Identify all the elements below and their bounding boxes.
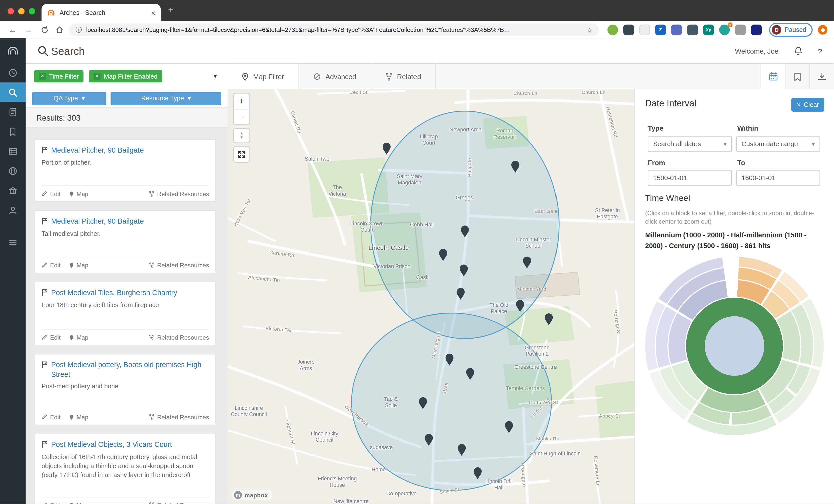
tab-map-filter[interactable]: Map Filter [228, 64, 299, 89]
result-actions: Edit Map Related Resources [42, 185, 209, 202]
download-icon [817, 72, 827, 81]
related-resources-link[interactable]: Related Resources [149, 334, 209, 340]
edit-link[interactable]: Edit [42, 262, 61, 268]
window-minimize-button[interactable] [18, 8, 24, 14]
sidebar-item-recent[interactable] [0, 63, 25, 83]
remove-filter-icon[interactable]: × [39, 73, 46, 80]
tab-advanced[interactable]: Advanced [299, 64, 371, 89]
clear-date-filter-button[interactable]: × Clear [792, 98, 825, 112]
result-card[interactable]: Medieval Pitcher, 90 Bailgate Portion of… [35, 139, 216, 202]
resource-type-filter-button[interactable]: Resource Type ▾ [111, 92, 221, 105]
extension-icon[interactable] [607, 25, 618, 35]
result-title-link[interactable]: Post Medieval Tiles, Burghersh Chantry [51, 288, 177, 297]
date-filter-panel: Date Interval × Clear Type Within Search… [635, 89, 834, 504]
result-card[interactable]: Post Medieval Objects, 3 Vicars Court Co… [35, 434, 216, 504]
zoom-out-button[interactable]: − [234, 109, 249, 124]
extension-icon[interactable]: Xp [703, 25, 714, 35]
resource-flag-icon [42, 289, 47, 296]
saved-searches-tool-button[interactable] [785, 64, 810, 89]
date-within-select[interactable]: Custom date range ▾ [736, 136, 820, 152]
reload-icon[interactable] [40, 25, 49, 34]
time-filter-tool-button[interactable] [761, 64, 785, 89]
date-type-select[interactable]: Search all dates ▾ [648, 136, 732, 152]
related-resources-link[interactable]: Related Resources [149, 502, 209, 504]
new-tab-button[interactable]: + [168, 5, 173, 15]
address-bar[interactable]: ⓘ localhost:8081/search?paging-filter=1&… [69, 23, 599, 36]
result-card[interactable]: Post Medieval pottery, Boots old premise… [35, 354, 216, 425]
extension-icon[interactable] [687, 25, 698, 35]
sidebar-item-bookmarks[interactable] [0, 122, 25, 141]
mapbox-logo-icon: m [234, 491, 242, 499]
map-compass-button[interactable]: ▲ ▼ [234, 129, 249, 142]
sidebar-item-tables[interactable] [0, 141, 25, 161]
extension-icon[interactable] [751, 25, 762, 35]
result-title-link[interactable]: Post Medieval pottery, Boots old premise… [51, 360, 209, 379]
map-link[interactable]: Map [69, 334, 88, 340]
browser-tab[interactable]: Arches - Search × [42, 4, 161, 21]
sidebar-item-globe[interactable] [0, 161, 25, 181]
sidebar-item-collections[interactable] [0, 181, 25, 201]
edit-link[interactable]: Edit [42, 190, 61, 197]
bookmark-star-icon[interactable]: ☆ [586, 26, 593, 34]
extension-icon[interactable] [623, 25, 634, 35]
map-link[interactable]: Map [69, 262, 88, 268]
map-canvas[interactable] [228, 89, 635, 504]
browser-profile-button[interactable]: D Paused [769, 23, 813, 37]
map-view[interactable]: Cecil St Church Ln Church Ln Burton Rd N… [228, 89, 635, 504]
extension-icon[interactable] [639, 25, 650, 35]
sidebar-item-search[interactable] [0, 82, 25, 102]
result-title-link[interactable]: Medieval Pitcher, 90 Bailgate [51, 146, 144, 155]
search-input[interactable] [51, 43, 705, 60]
result-card[interactable]: Post Medieval Tiles, Burghersh Chantry F… [35, 282, 216, 346]
extension-icon[interactable]: 9 [719, 25, 729, 35]
extension-letter: Z [659, 27, 662, 32]
result-title-link[interactable]: Post Medieval Objects, 3 Vicars Court [51, 440, 172, 449]
help-icon[interactable]: ? [818, 47, 822, 55]
related-resources-link[interactable]: Related Resources [149, 414, 209, 420]
remove-filter-icon[interactable]: × [94, 73, 101, 80]
back-icon[interactable]: ← [8, 25, 17, 34]
window-zoom-button[interactable] [29, 8, 35, 14]
sidebar-item-profile[interactable] [0, 201, 25, 220]
home-icon[interactable] [56, 25, 64, 34]
edit-link[interactable]: Edit [42, 334, 61, 340]
result-card[interactable]: Medieval Pitcher, 90 Bailgate Tall medie… [35, 210, 216, 273]
related-resources-link[interactable]: Related Resources [149, 190, 209, 197]
related-resources-link[interactable]: Related Resources [149, 262, 209, 268]
qa-type-filter-button[interactable]: QA Type ▾ [32, 92, 106, 105]
extension-icon[interactable]: Z [655, 25, 666, 35]
browser-update-icon[interactable] [818, 25, 828, 35]
from-date-input[interactable] [648, 170, 732, 186]
time-wheel-center[interactable] [705, 316, 764, 376]
tab-related[interactable]: Related [371, 64, 436, 89]
map-link[interactable]: Map [69, 502, 88, 504]
tab-close-icon[interactable]: × [151, 9, 155, 16]
map-filter-chip[interactable]: × Map Filter Enabled [89, 70, 162, 82]
edit-link[interactable]: Edit [42, 414, 61, 420]
time-wheel-chart[interactable] [644, 255, 825, 436]
result-description: Four 18th century delft tiles from firep… [42, 301, 209, 310]
related-fork-icon [149, 414, 154, 420]
welcome-text[interactable]: Welcome, Joe [735, 47, 778, 55]
notifications-bell-icon[interactable] [793, 46, 803, 56]
map-link[interactable]: Map [69, 190, 88, 197]
window-close-button[interactable] [7, 8, 14, 14]
mapbox-attribution[interactable]: m mapbox [232, 490, 273, 500]
result-title-link[interactable]: Medieval Pitcher, 90 Bailgate [51, 217, 144, 226]
extension-icon[interactable] [735, 25, 746, 35]
map-fullscreen-button[interactable] [234, 147, 249, 162]
edit-link[interactable]: Edit [42, 502, 61, 504]
arches-logo[interactable] [0, 38, 25, 63]
time-filter-chip[interactable]: × Time Filter [34, 70, 84, 82]
map-link[interactable]: Map [69, 414, 88, 420]
sidebar-item-reports[interactable] [0, 102, 25, 122]
sidebar-menu-icon[interactable] [0, 233, 25, 252]
export-tool-button[interactable] [809, 64, 834, 89]
filters-dropdown-caret[interactable]: ▾ [214, 72, 217, 80]
forward-icon[interactable]: → [25, 25, 32, 34]
site-info-icon[interactable]: ⓘ [75, 25, 82, 34]
to-date-input[interactable] [736, 170, 820, 186]
url-text[interactable]: localhost:8081/search?paging-filter=1&fo… [86, 26, 582, 33]
zoom-in-button[interactable]: + [234, 94, 249, 109]
extension-icon[interactable] [671, 25, 682, 35]
